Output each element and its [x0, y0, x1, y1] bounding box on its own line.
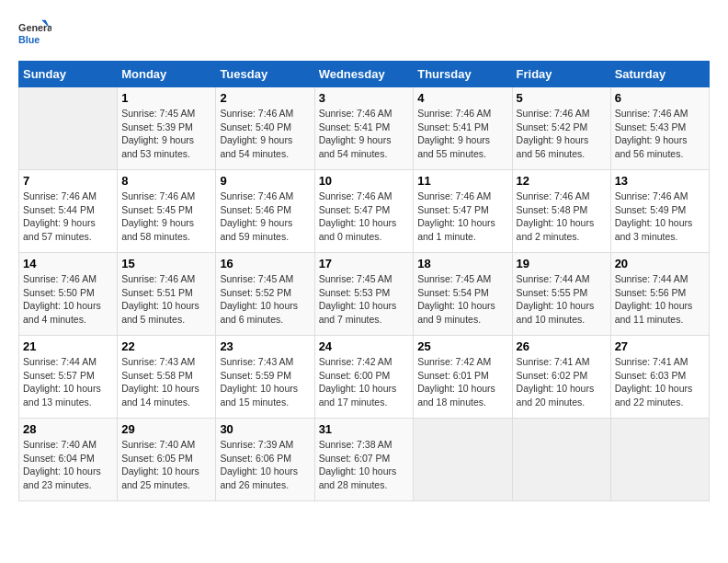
- svg-text:Blue: Blue: [18, 34, 40, 45]
- day-info: Sunrise: 7:46 AMSunset: 5:49 PMDaylight:…: [615, 190, 705, 244]
- calendar-cell: 31Sunrise: 7:38 AMSunset: 6:07 PMDayligh…: [314, 419, 414, 501]
- calendar-cell: 7Sunrise: 7:46 AMSunset: 5:44 PMDaylight…: [19, 170, 118, 253]
- day-number: 2: [220, 91, 310, 105]
- calendar-cell: 4Sunrise: 7:46 AMSunset: 5:41 PMDaylight…: [414, 87, 512, 170]
- week-row-2: 7Sunrise: 7:46 AMSunset: 5:44 PMDaylight…: [19, 170, 710, 253]
- day-number: 16: [220, 257, 310, 270]
- logo: GeneralBlue: [18, 18, 51, 52]
- calendar-cell: 27Sunrise: 7:41 AMSunset: 6:03 PMDayligh…: [610, 336, 709, 419]
- day-number: 12: [517, 174, 607, 188]
- calendar-cell: 28Sunrise: 7:40 AMSunset: 6:04 PMDayligh…: [19, 419, 118, 501]
- day-info: Sunrise: 7:46 AMSunset: 5:51 PMDaylight:…: [121, 272, 211, 327]
- weekday-header-wednesday: Wednesday: [314, 62, 414, 87]
- day-number: 17: [319, 257, 410, 270]
- calendar-cell: 8Sunrise: 7:46 AMSunset: 5:45 PMDaylight…: [118, 170, 216, 253]
- day-info: Sunrise: 7:46 AMSunset: 5:40 PMDaylight:…: [220, 107, 310, 161]
- day-number: 15: [121, 257, 211, 270]
- calendar-cell: 22Sunrise: 7:43 AMSunset: 5:58 PMDayligh…: [118, 336, 216, 419]
- calendar-cell: 9Sunrise: 7:46 AMSunset: 5:46 PMDaylight…: [216, 170, 314, 253]
- day-info: Sunrise: 7:43 AMSunset: 5:59 PMDaylight:…: [220, 355, 310, 409]
- day-info: Sunrise: 7:45 AMSunset: 5:54 PMDaylight:…: [417, 272, 507, 327]
- day-number: 6: [615, 91, 705, 105]
- day-info: Sunrise: 7:46 AMSunset: 5:44 PMDaylight:…: [23, 190, 113, 244]
- calendar-cell: 29Sunrise: 7:40 AMSunset: 6:05 PMDayligh…: [118, 419, 216, 501]
- calendar-cell: [19, 87, 118, 170]
- calendar-cell: 18Sunrise: 7:45 AMSunset: 5:54 PMDayligh…: [414, 253, 512, 336]
- day-info: Sunrise: 7:40 AMSunset: 6:04 PMDaylight:…: [23, 438, 113, 492]
- calendar-cell: 2Sunrise: 7:46 AMSunset: 5:40 PMDaylight…: [216, 87, 314, 170]
- day-number: 8: [121, 174, 211, 188]
- day-number: 28: [23, 422, 113, 436]
- week-row-4: 21Sunrise: 7:44 AMSunset: 5:57 PMDayligh…: [19, 336, 710, 419]
- calendar-cell: 12Sunrise: 7:46 AMSunset: 5:48 PMDayligh…: [512, 170, 610, 253]
- day-info: Sunrise: 7:46 AMSunset: 5:45 PMDaylight:…: [121, 190, 211, 244]
- day-number: 1: [121, 91, 211, 105]
- week-row-1: 1Sunrise: 7:45 AMSunset: 5:39 PMDaylight…: [19, 87, 710, 170]
- day-number: 4: [417, 91, 507, 105]
- day-number: 7: [23, 174, 113, 188]
- calendar-cell: 19Sunrise: 7:44 AMSunset: 5:55 PMDayligh…: [512, 253, 610, 336]
- day-info: Sunrise: 7:44 AMSunset: 5:56 PMDaylight:…: [615, 272, 705, 327]
- day-info: Sunrise: 7:46 AMSunset: 5:47 PMDaylight:…: [417, 190, 507, 244]
- day-info: Sunrise: 7:39 AMSunset: 6:06 PMDaylight:…: [220, 438, 310, 492]
- calendar-cell: [512, 419, 610, 501]
- day-info: Sunrise: 7:43 AMSunset: 5:58 PMDaylight:…: [121, 355, 211, 409]
- weekday-header-monday: Monday: [118, 62, 216, 87]
- calendar-table: SundayMondayTuesdayWednesdayThursdayFrid…: [18, 61, 710, 501]
- weekday-header-friday: Friday: [512, 62, 610, 87]
- calendar-cell: 3Sunrise: 7:46 AMSunset: 5:41 PMDaylight…: [314, 87, 414, 170]
- day-number: 26: [517, 339, 607, 353]
- weekday-header-thursday: Thursday: [414, 62, 512, 87]
- calendar-cell: 30Sunrise: 7:39 AMSunset: 6:06 PMDayligh…: [216, 419, 314, 501]
- day-info: Sunrise: 7:46 AMSunset: 5:41 PMDaylight:…: [319, 107, 410, 161]
- day-number: 20: [615, 257, 705, 270]
- calendar-cell: 17Sunrise: 7:45 AMSunset: 5:53 PMDayligh…: [314, 253, 414, 336]
- calendar-cell: 14Sunrise: 7:46 AMSunset: 5:50 PMDayligh…: [19, 253, 118, 336]
- day-number: 31: [319, 422, 410, 436]
- day-info: Sunrise: 7:46 AMSunset: 5:43 PMDaylight:…: [615, 107, 705, 161]
- day-info: Sunrise: 7:46 AMSunset: 5:46 PMDaylight:…: [220, 190, 310, 244]
- day-info: Sunrise: 7:41 AMSunset: 6:02 PMDaylight:…: [517, 355, 607, 409]
- calendar-cell: 26Sunrise: 7:41 AMSunset: 6:02 PMDayligh…: [512, 336, 610, 419]
- day-info: Sunrise: 7:42 AMSunset: 6:01 PMDaylight:…: [417, 355, 507, 409]
- day-number: 24: [319, 339, 410, 353]
- weekday-header-row: SundayMondayTuesdayWednesdayThursdayFrid…: [19, 62, 710, 87]
- day-number: 9: [220, 174, 310, 188]
- day-number: 25: [417, 339, 507, 353]
- day-number: 27: [615, 339, 705, 353]
- week-row-3: 14Sunrise: 7:46 AMSunset: 5:50 PMDayligh…: [19, 253, 710, 336]
- day-number: 23: [220, 339, 310, 353]
- day-number: 13: [615, 174, 705, 188]
- day-info: Sunrise: 7:42 AMSunset: 6:00 PMDaylight:…: [319, 355, 410, 409]
- calendar-cell: [414, 419, 512, 501]
- calendar-cell: 11Sunrise: 7:46 AMSunset: 5:47 PMDayligh…: [414, 170, 512, 253]
- day-number: 11: [417, 174, 507, 188]
- day-number: 5: [517, 91, 607, 105]
- logo-icon: GeneralBlue: [18, 18, 51, 52]
- day-info: Sunrise: 7:38 AMSunset: 6:07 PMDaylight:…: [319, 438, 410, 492]
- calendar-cell: [610, 419, 709, 501]
- calendar-cell: 23Sunrise: 7:43 AMSunset: 5:59 PMDayligh…: [216, 336, 314, 419]
- weekday-header-saturday: Saturday: [610, 62, 709, 87]
- calendar-cell: 13Sunrise: 7:46 AMSunset: 5:49 PMDayligh…: [610, 170, 709, 253]
- day-info: Sunrise: 7:40 AMSunset: 6:05 PMDaylight:…: [121, 438, 211, 492]
- day-info: Sunrise: 7:45 AMSunset: 5:53 PMDaylight:…: [319, 272, 410, 327]
- calendar-cell: 21Sunrise: 7:44 AMSunset: 5:57 PMDayligh…: [19, 336, 118, 419]
- page-header: GeneralBlue: [18, 18, 710, 52]
- day-info: Sunrise: 7:45 AMSunset: 5:52 PMDaylight:…: [220, 272, 310, 327]
- calendar-cell: 24Sunrise: 7:42 AMSunset: 6:00 PMDayligh…: [314, 336, 414, 419]
- day-info: Sunrise: 7:46 AMSunset: 5:47 PMDaylight:…: [319, 190, 410, 244]
- calendar-cell: 20Sunrise: 7:44 AMSunset: 5:56 PMDayligh…: [610, 253, 709, 336]
- day-number: 22: [121, 339, 211, 353]
- day-info: Sunrise: 7:46 AMSunset: 5:48 PMDaylight:…: [517, 190, 607, 244]
- calendar-cell: 10Sunrise: 7:46 AMSunset: 5:47 PMDayligh…: [314, 170, 414, 253]
- day-info: Sunrise: 7:46 AMSunset: 5:42 PMDaylight:…: [517, 107, 607, 161]
- calendar-cell: 16Sunrise: 7:45 AMSunset: 5:52 PMDayligh…: [216, 253, 314, 336]
- day-info: Sunrise: 7:44 AMSunset: 5:55 PMDaylight:…: [517, 272, 607, 327]
- week-row-5: 28Sunrise: 7:40 AMSunset: 6:04 PMDayligh…: [19, 419, 710, 501]
- day-number: 29: [121, 422, 211, 436]
- calendar-cell: 25Sunrise: 7:42 AMSunset: 6:01 PMDayligh…: [414, 336, 512, 419]
- day-number: 10: [319, 174, 410, 188]
- weekday-header-tuesday: Tuesday: [216, 62, 314, 87]
- day-number: 30: [220, 422, 310, 436]
